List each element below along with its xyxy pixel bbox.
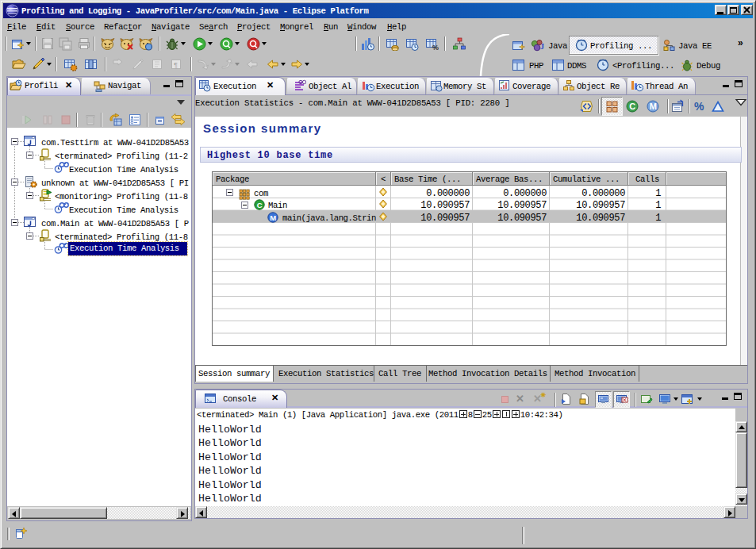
svg-text:C: C: [257, 201, 263, 209]
svg-text:%: %: [432, 44, 439, 51]
svg-text:M: M: [270, 213, 276, 222]
svg-text:J: J: [540, 42, 544, 51]
svg-text:M: M: [650, 102, 657, 111]
svg-text:C: C: [629, 102, 635, 111]
svg-text:¶: ¶: [174, 61, 178, 69]
